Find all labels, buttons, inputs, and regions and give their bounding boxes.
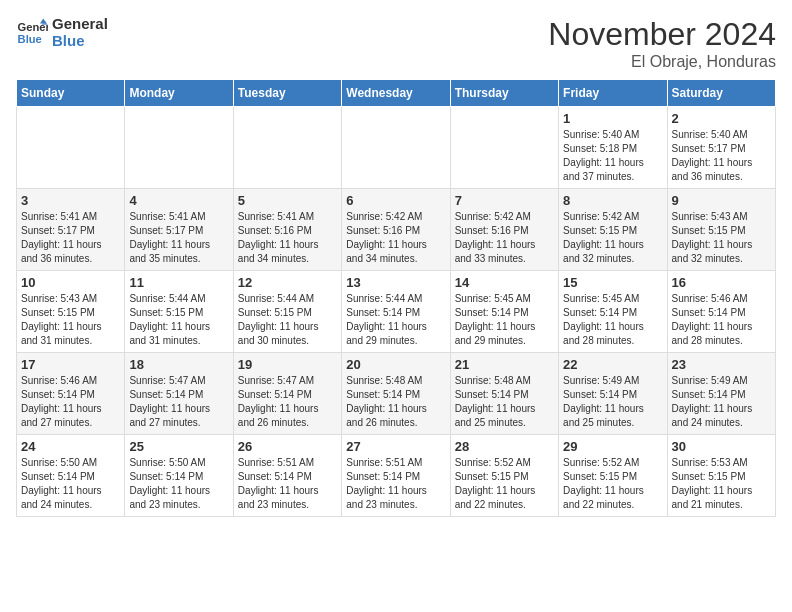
calendar-cell: 10Sunrise: 5:43 AM Sunset: 5:15 PM Dayli… <box>17 271 125 353</box>
day-info: Sunrise: 5:46 AM Sunset: 5:14 PM Dayligh… <box>672 292 771 348</box>
calendar-cell <box>450 107 558 189</box>
day-number: 11 <box>129 275 228 290</box>
calendar-cell: 11Sunrise: 5:44 AM Sunset: 5:15 PM Dayli… <box>125 271 233 353</box>
day-number: 14 <box>455 275 554 290</box>
calendar-cell: 15Sunrise: 5:45 AM Sunset: 5:14 PM Dayli… <box>559 271 667 353</box>
calendar-cell: 19Sunrise: 5:47 AM Sunset: 5:14 PM Dayli… <box>233 353 341 435</box>
calendar-cell: 5Sunrise: 5:41 AM Sunset: 5:16 PM Daylig… <box>233 189 341 271</box>
day-number: 3 <box>21 193 120 208</box>
day-number: 12 <box>238 275 337 290</box>
day-info: Sunrise: 5:52 AM Sunset: 5:15 PM Dayligh… <box>563 456 662 512</box>
calendar-cell: 18Sunrise: 5:47 AM Sunset: 5:14 PM Dayli… <box>125 353 233 435</box>
calendar-cell: 9Sunrise: 5:43 AM Sunset: 5:15 PM Daylig… <box>667 189 775 271</box>
calendar-cell: 6Sunrise: 5:42 AM Sunset: 5:16 PM Daylig… <box>342 189 450 271</box>
calendar-cell: 7Sunrise: 5:42 AM Sunset: 5:16 PM Daylig… <box>450 189 558 271</box>
calendar-cell <box>342 107 450 189</box>
calendar-cell: 13Sunrise: 5:44 AM Sunset: 5:14 PM Dayli… <box>342 271 450 353</box>
day-info: Sunrise: 5:47 AM Sunset: 5:14 PM Dayligh… <box>129 374 228 430</box>
day-number: 17 <box>21 357 120 372</box>
calendar-cell: 16Sunrise: 5:46 AM Sunset: 5:14 PM Dayli… <box>667 271 775 353</box>
calendar-cell: 23Sunrise: 5:49 AM Sunset: 5:14 PM Dayli… <box>667 353 775 435</box>
calendar-cell <box>17 107 125 189</box>
calendar-cell: 1Sunrise: 5:40 AM Sunset: 5:18 PM Daylig… <box>559 107 667 189</box>
day-number: 2 <box>672 111 771 126</box>
header: General Blue General Blue November 2024 … <box>16 16 776 71</box>
logo-icon: General Blue <box>16 17 48 49</box>
day-number: 26 <box>238 439 337 454</box>
day-info: Sunrise: 5:49 AM Sunset: 5:14 PM Dayligh… <box>672 374 771 430</box>
weekday-header-wednesday: Wednesday <box>342 80 450 107</box>
day-number: 10 <box>21 275 120 290</box>
weekday-header-tuesday: Tuesday <box>233 80 341 107</box>
day-info: Sunrise: 5:44 AM Sunset: 5:15 PM Dayligh… <box>129 292 228 348</box>
day-number: 13 <box>346 275 445 290</box>
weekday-header-friday: Friday <box>559 80 667 107</box>
day-info: Sunrise: 5:42 AM Sunset: 5:16 PM Dayligh… <box>455 210 554 266</box>
day-number: 8 <box>563 193 662 208</box>
day-info: Sunrise: 5:41 AM Sunset: 5:17 PM Dayligh… <box>21 210 120 266</box>
day-number: 25 <box>129 439 228 454</box>
location-title: El Obraje, Honduras <box>548 53 776 71</box>
day-info: Sunrise: 5:50 AM Sunset: 5:14 PM Dayligh… <box>129 456 228 512</box>
calendar-cell: 14Sunrise: 5:45 AM Sunset: 5:14 PM Dayli… <box>450 271 558 353</box>
weekday-header-saturday: Saturday <box>667 80 775 107</box>
calendar-cell: 12Sunrise: 5:44 AM Sunset: 5:15 PM Dayli… <box>233 271 341 353</box>
day-number: 9 <box>672 193 771 208</box>
day-info: Sunrise: 5:43 AM Sunset: 5:15 PM Dayligh… <box>672 210 771 266</box>
calendar-cell: 21Sunrise: 5:48 AM Sunset: 5:14 PM Dayli… <box>450 353 558 435</box>
day-info: Sunrise: 5:40 AM Sunset: 5:17 PM Dayligh… <box>672 128 771 184</box>
calendar-cell: 22Sunrise: 5:49 AM Sunset: 5:14 PM Dayli… <box>559 353 667 435</box>
day-info: Sunrise: 5:44 AM Sunset: 5:14 PM Dayligh… <box>346 292 445 348</box>
calendar-cell: 30Sunrise: 5:53 AM Sunset: 5:15 PM Dayli… <box>667 435 775 517</box>
svg-text:Blue: Blue <box>18 32 42 44</box>
logo-line2: Blue <box>52 33 108 50</box>
day-number: 18 <box>129 357 228 372</box>
calendar-cell: 27Sunrise: 5:51 AM Sunset: 5:14 PM Dayli… <box>342 435 450 517</box>
day-info: Sunrise: 5:52 AM Sunset: 5:15 PM Dayligh… <box>455 456 554 512</box>
month-title: November 2024 <box>548 16 776 53</box>
calendar-cell: 3Sunrise: 5:41 AM Sunset: 5:17 PM Daylig… <box>17 189 125 271</box>
day-number: 21 <box>455 357 554 372</box>
weekday-header-thursday: Thursday <box>450 80 558 107</box>
calendar-cell: 4Sunrise: 5:41 AM Sunset: 5:17 PM Daylig… <box>125 189 233 271</box>
day-number: 20 <box>346 357 445 372</box>
day-info: Sunrise: 5:42 AM Sunset: 5:15 PM Dayligh… <box>563 210 662 266</box>
calendar-cell <box>233 107 341 189</box>
day-number: 27 <box>346 439 445 454</box>
day-info: Sunrise: 5:49 AM Sunset: 5:14 PM Dayligh… <box>563 374 662 430</box>
title-area: November 2024 El Obraje, Honduras <box>548 16 776 71</box>
day-info: Sunrise: 5:51 AM Sunset: 5:14 PM Dayligh… <box>238 456 337 512</box>
day-number: 19 <box>238 357 337 372</box>
day-number: 23 <box>672 357 771 372</box>
day-number: 28 <box>455 439 554 454</box>
day-info: Sunrise: 5:48 AM Sunset: 5:14 PM Dayligh… <box>455 374 554 430</box>
day-info: Sunrise: 5:48 AM Sunset: 5:14 PM Dayligh… <box>346 374 445 430</box>
day-number: 6 <box>346 193 445 208</box>
day-info: Sunrise: 5:41 AM Sunset: 5:16 PM Dayligh… <box>238 210 337 266</box>
calendar-cell: 25Sunrise: 5:50 AM Sunset: 5:14 PM Dayli… <box>125 435 233 517</box>
calendar-cell <box>125 107 233 189</box>
calendar-cell: 20Sunrise: 5:48 AM Sunset: 5:14 PM Dayli… <box>342 353 450 435</box>
day-info: Sunrise: 5:42 AM Sunset: 5:16 PM Dayligh… <box>346 210 445 266</box>
day-info: Sunrise: 5:41 AM Sunset: 5:17 PM Dayligh… <box>129 210 228 266</box>
day-number: 16 <box>672 275 771 290</box>
day-number: 22 <box>563 357 662 372</box>
day-info: Sunrise: 5:45 AM Sunset: 5:14 PM Dayligh… <box>455 292 554 348</box>
calendar-cell: 24Sunrise: 5:50 AM Sunset: 5:14 PM Dayli… <box>17 435 125 517</box>
day-number: 5 <box>238 193 337 208</box>
day-number: 30 <box>672 439 771 454</box>
weekday-header-sunday: Sunday <box>17 80 125 107</box>
calendar-table: SundayMondayTuesdayWednesdayThursdayFrid… <box>16 79 776 517</box>
day-info: Sunrise: 5:47 AM Sunset: 5:14 PM Dayligh… <box>238 374 337 430</box>
day-number: 15 <box>563 275 662 290</box>
day-info: Sunrise: 5:40 AM Sunset: 5:18 PM Dayligh… <box>563 128 662 184</box>
calendar-cell: 17Sunrise: 5:46 AM Sunset: 5:14 PM Dayli… <box>17 353 125 435</box>
day-info: Sunrise: 5:43 AM Sunset: 5:15 PM Dayligh… <box>21 292 120 348</box>
day-info: Sunrise: 5:53 AM Sunset: 5:15 PM Dayligh… <box>672 456 771 512</box>
calendar-cell: 28Sunrise: 5:52 AM Sunset: 5:15 PM Dayli… <box>450 435 558 517</box>
day-info: Sunrise: 5:45 AM Sunset: 5:14 PM Dayligh… <box>563 292 662 348</box>
day-info: Sunrise: 5:44 AM Sunset: 5:15 PM Dayligh… <box>238 292 337 348</box>
weekday-header-monday: Monday <box>125 80 233 107</box>
calendar-cell: 2Sunrise: 5:40 AM Sunset: 5:17 PM Daylig… <box>667 107 775 189</box>
day-number: 1 <box>563 111 662 126</box>
